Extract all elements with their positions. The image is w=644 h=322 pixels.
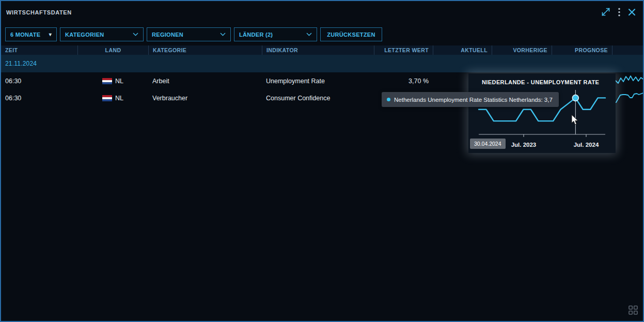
indicator-chart-popup: NIEDERLANDE - UNEMPLOYMENT RATE Jul. 202… xyxy=(468,73,616,153)
kebab-menu-icon[interactable] xyxy=(618,8,620,17)
date-group-row: 21.11.2024 xyxy=(1,55,643,72)
cell-land: NL xyxy=(77,89,148,106)
x-axis-tick-label: Jul. 2023 xyxy=(511,142,537,148)
categories-dropdown-label: KATEGORIEN xyxy=(65,32,104,38)
cell-sparkline xyxy=(612,89,644,106)
widget-grid-icon[interactable] xyxy=(629,305,638,317)
timeframe-dropdown-label: 6 MONATE xyxy=(10,32,40,38)
cell-indikator: Unemployment Rate xyxy=(262,72,374,89)
cell-kategorie: Arbeit xyxy=(148,72,262,89)
column-header-land: LAND xyxy=(77,45,148,55)
titlebar-actions xyxy=(601,7,636,17)
column-header-chart xyxy=(612,45,643,55)
nl-flag-icon xyxy=(102,95,112,101)
filter-bar: 6 MONATE ▾ KATEGORIEN REGIONEN LÄNDER (2… xyxy=(5,27,382,41)
countries-dropdown-label: LÄNDER (2) xyxy=(239,32,273,38)
country-code: NL xyxy=(115,78,123,85)
series-bullet-icon xyxy=(387,98,390,101)
column-header-prognose: PROGNOSE xyxy=(552,45,612,55)
categories-dropdown[interactable]: KATEGORIEN xyxy=(60,27,144,41)
chevron-down-icon xyxy=(220,33,226,36)
chevron-down-icon xyxy=(306,33,312,36)
close-icon[interactable] xyxy=(628,8,636,16)
regions-dropdown-label: REGIONEN xyxy=(152,32,183,38)
column-header-zeit: ZEIT xyxy=(1,45,77,55)
chevron-down-icon xyxy=(133,33,138,36)
column-header-aktuell: AKTUELL xyxy=(433,45,492,55)
widget-title: WIRTSCHAFTSDATEN xyxy=(6,9,72,16)
reset-button[interactable]: ZURÜCKSETZEN xyxy=(320,27,382,41)
cell-indikator: Consumer Confidence xyxy=(262,89,374,106)
chevron-down-icon: ▾ xyxy=(49,32,52,37)
chart-popup-title: NIEDERLANDE - UNEMPLOYMENT RATE xyxy=(482,79,599,85)
cell-sparkline xyxy=(612,72,644,89)
economic-data-widget: WIRTSCHAFTSDATEN xyxy=(0,0,644,322)
regions-dropdown[interactable]: REGIONEN xyxy=(147,27,231,41)
country-code: NL xyxy=(115,95,123,102)
series-tooltip-text: Netherlands Unemployment Rate Statistics… xyxy=(394,97,553,103)
mouse-cursor xyxy=(571,114,579,126)
column-header-letzter-wert: LETZTER WERT xyxy=(374,45,433,55)
column-header-kategorie: KATEGORIE xyxy=(148,45,262,55)
nl-flag-icon xyxy=(102,78,112,84)
titlebar: WIRTSCHAFTSDATEN xyxy=(1,1,643,25)
hover-date-badge: 30.04.2024 xyxy=(470,139,506,149)
column-header-indikator: INDIKATOR xyxy=(262,45,374,55)
series-tooltip: Netherlands Unemployment Rate Statistics… xyxy=(382,92,559,107)
table-header-row: ZEIT LAND KATEGORIE INDIKATOR LETZTER WE… xyxy=(1,45,643,55)
expand-icon[interactable] xyxy=(601,7,610,17)
countries-dropdown[interactable]: LÄNDER (2) xyxy=(234,27,317,41)
cell-land: NL xyxy=(77,72,148,89)
cell-letzter-wert: 3,70 % xyxy=(374,72,433,89)
column-header-vorherige: VORHERIGE xyxy=(492,45,552,55)
cell-zeit: 06:30 xyxy=(1,89,77,106)
row-sparkline-chart[interactable] xyxy=(613,74,643,88)
cell-kategorie: Verbraucher xyxy=(148,89,262,106)
row-sparkline-chart[interactable] xyxy=(613,91,643,105)
x-axis-tick-label: Jul. 2024 xyxy=(574,142,599,148)
cell-zeit: 06:30 xyxy=(1,72,77,89)
timeframe-dropdown[interactable]: 6 MONATE ▾ xyxy=(5,27,57,41)
